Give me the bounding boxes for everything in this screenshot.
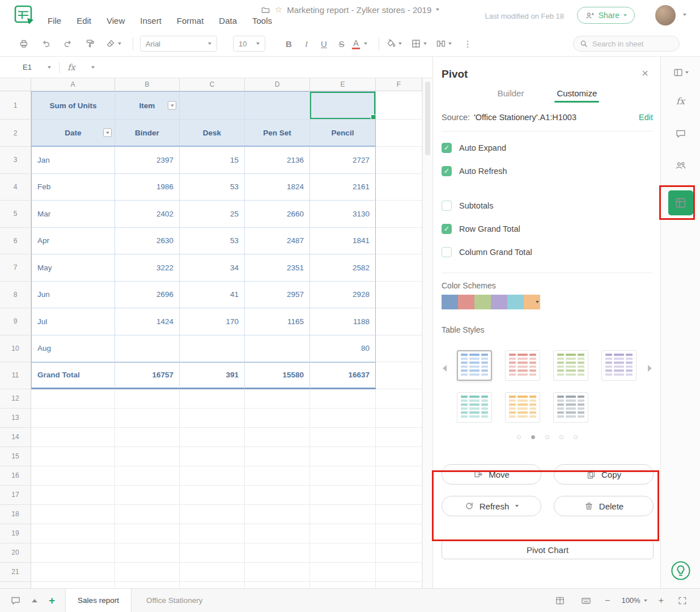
cell-r12c6[interactable] (376, 389, 422, 409)
menu-data[interactable]: Data (219, 16, 237, 26)
paint-format-icon[interactable] (83, 36, 97, 51)
refresh-caret-icon[interactable] (515, 505, 519, 507)
cell-r6c3[interactable]: 53 (180, 228, 245, 255)
fx-rail-icon[interactable]: fx (669, 91, 692, 111)
cell-r3c1[interactable]: Jan (31, 147, 115, 174)
font-family-select[interactable]: Arial (140, 36, 217, 52)
column-header-F[interactable]: F (376, 78, 422, 91)
pivot-chart-button[interactable]: Pivot Chart (442, 540, 654, 559)
cell-r13c6[interactable] (376, 409, 422, 428)
panel-toggle-icon[interactable] (669, 62, 692, 83)
close-icon[interactable]: × (642, 67, 648, 80)
cell-r6c6[interactable] (376, 228, 422, 255)
cell-r6c4[interactable]: 2487 (245, 228, 310, 255)
cell-r7c1[interactable]: May (31, 254, 115, 282)
cell-r7c3[interactable]: 34 (180, 254, 245, 282)
cell-r16c2[interactable] (115, 466, 180, 486)
fill-color-caret-icon[interactable] (398, 42, 402, 45)
cell-r7c2[interactable]: 3222 (115, 254, 180, 282)
scheme-swatch-1[interactable] (442, 295, 458, 309)
cell-r3c5[interactable]: 2727 (310, 147, 376, 174)
grid-corner[interactable] (0, 78, 31, 91)
tab-builder[interactable]: Builder (498, 88, 524, 103)
print-icon[interactable] (17, 36, 31, 51)
borders-group[interactable] (411, 39, 427, 49)
scheme-swatch-3[interactable] (474, 295, 491, 309)
selected-cell-E1[interactable] (310, 91, 376, 120)
row-header-10[interactable]: 10 (0, 335, 31, 363)
row-header-15[interactable]: 15 (0, 447, 31, 466)
panel-toggle-caret-icon[interactable] (685, 71, 689, 74)
cell-r15c5[interactable] (310, 447, 376, 466)
strikethrough-button[interactable]: S (333, 36, 350, 51)
cell-r17c5[interactable] (310, 486, 376, 505)
menu-tools[interactable]: Tools (252, 16, 272, 26)
edit-source-link[interactable]: Edit (639, 113, 653, 122)
cell-r8c4[interactable]: 2957 (245, 282, 310, 309)
column-header-E[interactable]: E (310, 78, 376, 91)
cell-r5c2[interactable]: 2402 (115, 201, 180, 228)
cell-r15c6[interactable] (376, 447, 422, 466)
cell-r16c1[interactable] (31, 466, 115, 486)
cell-r14c3[interactable] (180, 428, 245, 447)
menu-view[interactable]: View (107, 16, 125, 26)
date-filter-dropdown[interactable] (103, 129, 112, 137)
cell-r17c4[interactable] (245, 486, 310, 505)
comments-icon[interactable] (669, 124, 692, 144)
cell-r6c2[interactable]: 2630 (115, 228, 180, 255)
cell-r14c6[interactable] (376, 428, 422, 447)
title-caret-icon[interactable] (436, 8, 439, 11)
scheme-swatch-6[interactable] (524, 295, 540, 309)
cell-r15c1[interactable] (31, 447, 115, 466)
cell-header-desk[interactable]: Desk (180, 120, 245, 147)
cell-r10c6[interactable] (376, 335, 422, 363)
search-input[interactable] (592, 40, 672, 48)
cell-r19c3[interactable] (180, 524, 245, 543)
zoom-level-select[interactable]: 100% (621, 596, 647, 605)
cell-r10c1[interactable]: Aug (31, 335, 115, 363)
favorite-star-icon[interactable]: ☆ (275, 5, 282, 15)
cell-r7c5[interactable]: 2582 (310, 254, 376, 282)
cell-r15c2[interactable] (115, 447, 180, 466)
cell-r6c1[interactable]: Apr (31, 228, 115, 255)
cell-r3c6[interactable] (376, 147, 422, 174)
table-style-7[interactable] (553, 392, 588, 423)
cell-r15c4[interactable] (245, 447, 310, 466)
cell-r18c4[interactable] (245, 505, 310, 524)
sheet-tab-office-stationery[interactable]: Office Stationery (131, 589, 218, 612)
cell-r19c2[interactable] (115, 524, 180, 543)
cell-r22c6[interactable] (376, 582, 422, 589)
checkbox-unchecked-icon[interactable] (442, 201, 452, 211)
checkbox-checked-icon[interactable]: ✓ (442, 224, 452, 234)
pager-dot-5[interactable] (574, 435, 578, 439)
cell-r14c5[interactable] (310, 428, 376, 447)
cell-reference[interactable]: E1 (23, 63, 32, 71)
cell-reference-caret-icon[interactable] (48, 66, 51, 69)
cell-r13c4[interactable] (245, 409, 310, 428)
table-style-6[interactable] (505, 392, 540, 423)
fullscreen-icon[interactable] (675, 593, 690, 608)
user-avatar[interactable] (655, 5, 676, 26)
column-header-B[interactable]: B (115, 78, 180, 91)
cell-r9c3[interactable]: 170 (180, 308, 245, 335)
menu-edit[interactable]: Edit (77, 16, 91, 26)
cell-r15c3[interactable] (180, 447, 245, 466)
clear-format-caret-icon[interactable] (118, 42, 121, 45)
row-header-6[interactable]: 6 (0, 228, 31, 255)
cell-r22c3[interactable] (180, 582, 245, 589)
cell-r14c1[interactable] (31, 428, 115, 447)
redo-icon[interactable] (61, 36, 75, 51)
tab-customize[interactable]: Customize (557, 88, 597, 103)
cell-r10c2[interactable] (115, 335, 180, 363)
cell-r9c2[interactable]: 1424 (115, 308, 180, 335)
cell-r10c3[interactable] (180, 335, 245, 363)
cell-r8c5[interactable]: 2928 (310, 282, 376, 309)
cell-r14c4[interactable] (245, 428, 310, 447)
cell-r13c2[interactable] (115, 409, 180, 428)
cell-r7c6[interactable] (376, 254, 422, 282)
cell-r11c2[interactable]: 16757 (115, 362, 180, 389)
keyboard-shortcuts-icon[interactable] (579, 593, 593, 608)
cell-r20c5[interactable] (310, 543, 376, 563)
color-scheme-picker[interactable] (442, 295, 540, 309)
document-title[interactable]: Marketing report - Zylker stores - 2019 (287, 5, 431, 15)
